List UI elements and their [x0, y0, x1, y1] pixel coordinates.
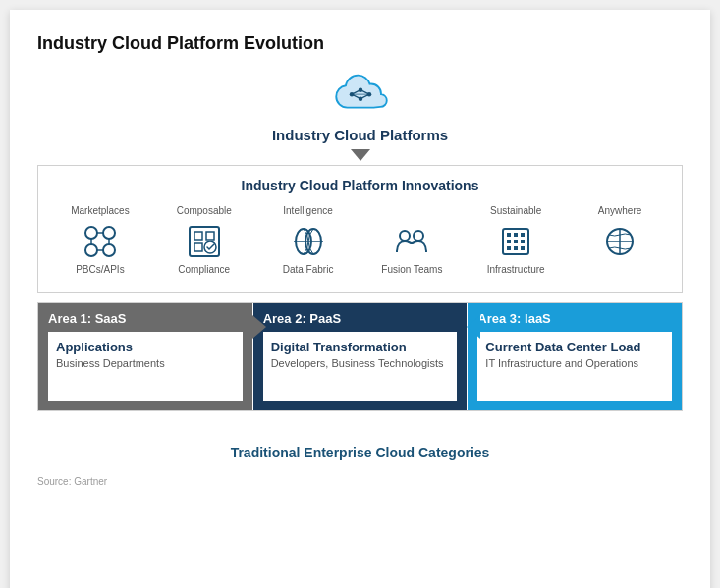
svg-rect-19 — [206, 232, 214, 240]
icon-label-marketplaces: Marketplaces — [71, 205, 129, 219]
cloud-platform-label: Industry Cloud Platforms — [272, 127, 448, 143]
svg-point-26 — [414, 231, 423, 241]
infrastructure-icon — [497, 223, 534, 260]
traditional-label: Traditional Enterprise Cloud Categories — [231, 445, 490, 460]
pbcs-icon — [82, 223, 119, 260]
icons-row: Marketplaces PBCs/APIs Composable — [48, 205, 672, 278]
area-paas: Area 2: PaaS Digital Transformation Deve… — [253, 303, 468, 410]
svg-point-25 — [400, 231, 410, 241]
area-saas-label: Area 1: SaaS — [48, 311, 243, 326]
data-fabric-icon — [290, 223, 327, 260]
icon-label-sustainable: Sustainable — [490, 205, 541, 219]
paas-arrow-right — [467, 315, 480, 339]
icon-label-infrastructure: Infrastructure — [487, 264, 545, 278]
area-paas-sub: Developers, Business Technologists — [271, 357, 450, 369]
svg-rect-28 — [507, 233, 511, 237]
svg-rect-32 — [514, 240, 518, 243]
icon-item-data-fabric: Intelligence Data Fabric — [264, 205, 353, 278]
anywhere-icon — [601, 223, 638, 260]
bottom-section: Traditional Enterprise Cloud Categories — [37, 419, 683, 460]
icon-label-anywhere: Anywhere — [598, 205, 641, 219]
arrow-down-icon — [351, 149, 370, 161]
icon-item-fusion-teams: Fusion Teams — [367, 205, 456, 278]
svg-rect-18 — [194, 232, 202, 240]
areas-row: Area 1: SaaS Applications Business Depar… — [37, 302, 683, 411]
area-iaas-content: Current Data Center Load IT Infrastructu… — [477, 332, 672, 401]
area-saas-content: Applications Business Departments — [48, 332, 243, 401]
icon-label-intelligence: Intelligence — [283, 205, 333, 219]
svg-point-9 — [85, 227, 97, 239]
innovations-box: Industry Cloud Platform Innovations Mark… — [37, 165, 683, 293]
page-title: Industry Cloud Platform Evolution — [37, 33, 683, 54]
source-text: Source: Gartner — [37, 476, 683, 487]
area-saas-sub: Business Departments — [56, 357, 235, 369]
innovations-title: Industry Cloud Platform Innovations — [48, 178, 672, 193]
svg-point-10 — [103, 227, 115, 239]
icon-item-anywhere: Anywhere — [576, 205, 664, 278]
icon-item-infrastructure: Sustainable Infrastructure — [471, 205, 560, 278]
area-saas: Area 1: SaaS Applications Business Depar… — [38, 303, 252, 410]
svg-point-11 — [85, 244, 97, 256]
icon-item-pbcs: Marketplaces PBCs/APIs — [56, 205, 144, 278]
vertical-line — [360, 419, 360, 441]
icon-label-composable: Composable — [177, 205, 232, 219]
svg-rect-34 — [507, 246, 511, 250]
icon-label-compliance: Compliance — [178, 264, 230, 278]
area-iaas: Area 3: IaaS Current Data Center Load IT… — [468, 303, 682, 410]
icon-item-compliance: Composable Compliance — [160, 205, 249, 278]
area-paas-main: Digital Transformation — [271, 340, 450, 354]
svg-rect-30 — [521, 233, 525, 237]
icon-label-fusion-teams: Fusion Teams — [381, 264, 442, 278]
fusion-teams-icon — [393, 223, 430, 260]
area-iaas-label: Area 3: IaaS — [477, 311, 672, 326]
area-paas-content: Digital Transformation Developers, Busin… — [263, 332, 458, 401]
svg-rect-36 — [521, 246, 525, 250]
area-saas-main: Applications — [56, 340, 235, 354]
area-iaas-main: Current Data Center Load — [485, 340, 664, 354]
area-iaas-sub: IT Infrastructure and Operations — [485, 357, 664, 369]
icon-label-data-fabric: Data Fabric — [283, 264, 334, 278]
icon-label-pbcs-apis: PBCs/APIs — [76, 264, 124, 278]
svg-point-12 — [103, 244, 115, 256]
cloud-platform-section: Industry Cloud Platforms — [37, 72, 683, 161]
svg-rect-20 — [194, 243, 202, 251]
svg-rect-35 — [514, 246, 518, 250]
area-paas-label: Area 2: PaaS — [263, 311, 458, 326]
compliance-icon — [186, 223, 223, 260]
svg-rect-33 — [521, 240, 525, 243]
main-card: Industry Cloud Platform Evolution Indust… — [10, 10, 710, 588]
svg-rect-31 — [507, 240, 511, 243]
cloud-platform-icon — [331, 72, 390, 121]
svg-rect-29 — [514, 233, 518, 237]
saas-arrow-right — [252, 315, 266, 339]
